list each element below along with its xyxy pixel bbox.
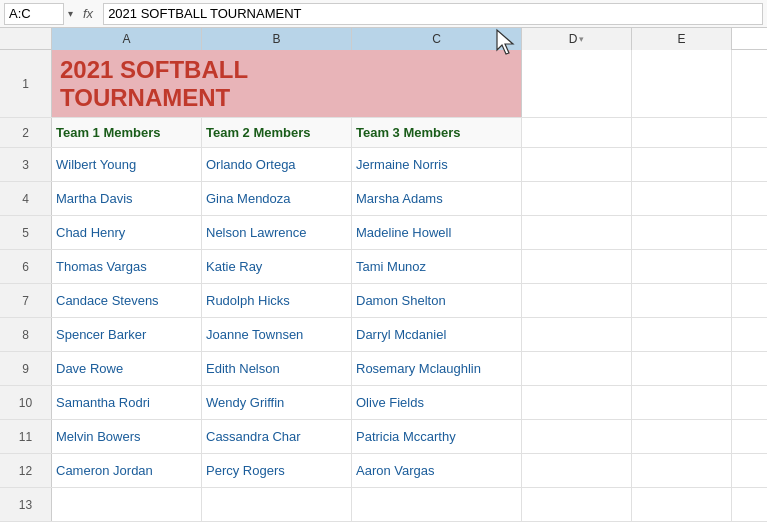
table-row: 1 2021 SOFTBALL TOURNAMENT	[0, 50, 767, 118]
cell-a11[interactable]: Melvin Bowers	[52, 420, 202, 453]
table-row: 8Spencer BarkerJoanne TownsenDarryl Mcda…	[0, 318, 767, 352]
col-d-dropdown-icon[interactable]: ▾	[579, 34, 584, 44]
cell-a13[interactable]	[52, 488, 202, 521]
cell-e2[interactable]	[632, 118, 732, 147]
cell-b3[interactable]: Orlando Ortega	[202, 148, 352, 181]
column-headers-row: A B C D ▾ E	[0, 28, 767, 50]
cell-c11[interactable]: Patricia Mccarthy	[352, 420, 522, 453]
spreadsheet-title: 2021 SOFTBALL TOURNAMENT	[60, 56, 248, 111]
col-header-a[interactable]: A	[52, 28, 202, 50]
cell-b4[interactable]: Gina Mendoza	[202, 182, 352, 215]
cell-c13[interactable]	[352, 488, 522, 521]
cell-d12[interactable]	[522, 454, 632, 487]
cell-c4[interactable]: Marsha Adams	[352, 182, 522, 215]
table-row: 2 Team 1 Members Team 2 Members Team 3 M…	[0, 118, 767, 148]
cell-a9[interactable]: Dave Rowe	[52, 352, 202, 385]
header-team2[interactable]: Team 2 Members	[202, 118, 352, 147]
cell-c7[interactable]: Damon Shelton	[352, 284, 522, 317]
formula-value: 2021 SOFTBALL TOURNAMENT	[108, 6, 301, 21]
row-number-1: 1	[0, 50, 52, 117]
cell-e3[interactable]	[632, 148, 732, 181]
cell-a4[interactable]: Martha Davis	[52, 182, 202, 215]
cell-d5[interactable]	[522, 216, 632, 249]
row-number-9: 9	[0, 352, 52, 385]
row-number-11: 11	[0, 420, 52, 453]
cell-e12[interactable]	[632, 454, 732, 487]
cell-ref-dropdown[interactable]: ▾	[68, 8, 73, 19]
cell-d10[interactable]	[522, 386, 632, 419]
table-row: 13	[0, 488, 767, 522]
cell-c8[interactable]: Darryl Mcdaniel	[352, 318, 522, 351]
cell-e10[interactable]	[632, 386, 732, 419]
table-row: 11Melvin BowersCassandra CharPatricia Mc…	[0, 420, 767, 454]
cell-e11[interactable]	[632, 420, 732, 453]
col-header-c[interactable]: C	[352, 28, 522, 50]
table-row: 3Wilbert YoungOrlando OrtegaJermaine Nor…	[0, 148, 767, 182]
fx-label: fx	[77, 6, 99, 21]
row-number-8: 8	[0, 318, 52, 351]
cell-e5[interactable]	[632, 216, 732, 249]
table-row: 10Samantha RodriWendy GriffinOlive Field…	[0, 386, 767, 420]
cell-a3[interactable]: Wilbert Young	[52, 148, 202, 181]
cell-b7[interactable]: Rudolph Hicks	[202, 284, 352, 317]
cell-e6[interactable]	[632, 250, 732, 283]
row-number-6: 6	[0, 250, 52, 283]
cell-d11[interactable]	[522, 420, 632, 453]
cell-a10[interactable]: Samantha Rodri	[52, 386, 202, 419]
col-header-e[interactable]: E	[632, 28, 732, 50]
col-header-d[interactable]: D ▾	[522, 28, 632, 50]
row-number-7: 7	[0, 284, 52, 317]
cell-b5[interactable]: Nelson Lawrence	[202, 216, 352, 249]
table-row: 6Thomas VargasKatie RayTami Munoz	[0, 250, 767, 284]
row-number-12: 12	[0, 454, 52, 487]
cell-c5[interactable]: Madeline Howell	[352, 216, 522, 249]
cell-b13[interactable]	[202, 488, 352, 521]
cell-e7[interactable]	[632, 284, 732, 317]
cell-b10[interactable]: Wendy Griffin	[202, 386, 352, 419]
table-row: 12Cameron JordanPercy RogersAaron Vargas	[0, 454, 767, 488]
cell-d6[interactable]	[522, 250, 632, 283]
cell-b6[interactable]: Katie Ray	[202, 250, 352, 283]
row-number-10: 10	[0, 386, 52, 419]
cell-b8[interactable]: Joanne Townsen	[202, 318, 352, 351]
cell-d9[interactable]	[522, 352, 632, 385]
cell-c12[interactable]: Aaron Vargas	[352, 454, 522, 487]
cell-d7[interactable]	[522, 284, 632, 317]
cell-c9[interactable]: Rosemary Mclaughlin	[352, 352, 522, 385]
col-header-b[interactable]: B	[202, 28, 352, 50]
cell-ref-text: A:C	[9, 6, 31, 21]
cell-b11[interactable]: Cassandra Char	[202, 420, 352, 453]
cell-d3[interactable]	[522, 148, 632, 181]
cell-a6[interactable]: Thomas Vargas	[52, 250, 202, 283]
table-row: 5Chad HenryNelson LawrenceMadeline Howel…	[0, 216, 767, 250]
cell-a5[interactable]: Chad Henry	[52, 216, 202, 249]
cell-d4[interactable]	[522, 182, 632, 215]
row-number-5: 5	[0, 216, 52, 249]
row-number-4: 4	[0, 182, 52, 215]
cell-c10[interactable]: Olive Fields	[352, 386, 522, 419]
row-number-13: 13	[0, 488, 52, 521]
header-team1[interactable]: Team 1 Members	[52, 118, 202, 147]
cell-reference-box[interactable]: A:C	[4, 3, 64, 25]
cell-a8[interactable]: Spencer Barker	[52, 318, 202, 351]
cell-e4[interactable]	[632, 182, 732, 215]
cell-d1[interactable]	[522, 50, 632, 117]
cell-e1[interactable]	[632, 50, 732, 117]
formula-input[interactable]: 2021 SOFTBALL TOURNAMENT	[103, 3, 763, 25]
cell-d13[interactable]	[522, 488, 632, 521]
cell-e13[interactable]	[632, 488, 732, 521]
cell-b12[interactable]: Percy Rogers	[202, 454, 352, 487]
cell-e9[interactable]	[632, 352, 732, 385]
cell-d2[interactable]	[522, 118, 632, 147]
cell-c3[interactable]: Jermaine Norris	[352, 148, 522, 181]
table-row: 4Martha DavisGina MendozaMarsha Adams	[0, 182, 767, 216]
header-team3[interactable]: Team 3 Members	[352, 118, 522, 147]
cell-c6[interactable]: Tami Munoz	[352, 250, 522, 283]
spreadsheet: A B C D ▾ E 1 2021 SOFTBALL	[0, 28, 767, 522]
cell-e8[interactable]	[632, 318, 732, 351]
cell-d8[interactable]	[522, 318, 632, 351]
title-merged-cell[interactable]: 2021 SOFTBALL TOURNAMENT	[52, 50, 522, 117]
cell-a12[interactable]: Cameron Jordan	[52, 454, 202, 487]
cell-a7[interactable]: Candace Stevens	[52, 284, 202, 317]
cell-b9[interactable]: Edith Nelson	[202, 352, 352, 385]
